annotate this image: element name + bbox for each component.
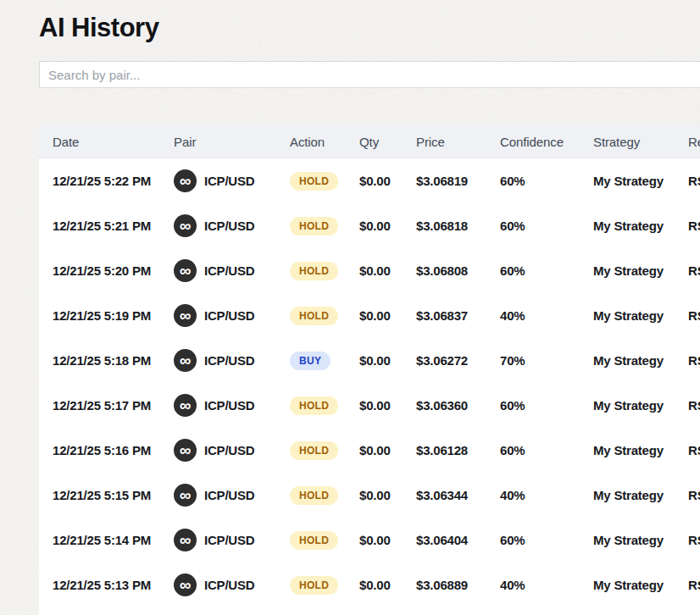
confidence-cell: 60% <box>500 533 593 547</box>
pair-label: ICP/USD <box>204 533 254 547</box>
qty-cell: $0.00 <box>359 533 416 547</box>
action-cell: HOLD <box>290 307 359 325</box>
qty-cell: $0.00 <box>359 443 416 457</box>
pair-cell: ∞ ICP/USD <box>174 573 290 596</box>
date-cell: 12/21/25 5:13 PM <box>53 578 174 592</box>
pair-cell: ∞ ICP/USD <box>174 304 290 327</box>
reason-cell: RSI <box>688 578 700 592</box>
qty-cell: $0.00 <box>359 353 416 368</box>
strategy-cell: My Strategy <box>593 443 688 457</box>
date-cell: 12/21/25 5:21 PM <box>53 219 174 233</box>
column-header-strategy: Strategy <box>593 135 688 149</box>
action-cell: HOLD <box>290 576 359 595</box>
action-badge: HOLD <box>290 576 338 595</box>
qty-cell: $0.00 <box>359 578 416 592</box>
action-badge: HOLD <box>290 441 338 460</box>
column-header-qty: Qty <box>359 135 416 149</box>
infinity-icon: ∞ <box>174 573 197 596</box>
table-row: 12/21/25 5:20 PM ∞ ICP/USD HOLD $0.00 $3… <box>39 248 700 293</box>
confidence-cell: 40% <box>500 308 593 323</box>
pair-label: ICP/USD <box>204 443 254 457</box>
price-cell: $3.06344 <box>416 488 500 502</box>
date-cell: 12/21/25 5:14 PM <box>53 533 174 547</box>
infinity-icon: ∞ <box>174 484 197 507</box>
pair-label: ICP/USD <box>204 308 254 323</box>
search-input[interactable] <box>39 61 700 88</box>
table-row: 12/21/25 5:17 PM ∞ ICP/USD HOLD $0.00 $3… <box>39 383 700 428</box>
column-header-action: Action <box>290 135 359 149</box>
table-row: 12/21/25 5:15 PM ∞ ICP/USD HOLD $0.00 $3… <box>39 473 700 518</box>
strategy-cell: My Strategy <box>593 174 688 188</box>
column-header-pair: Pair <box>174 135 290 149</box>
action-cell: BUY <box>290 352 359 370</box>
action-cell: HOLD <box>290 262 359 280</box>
column-header-reason: Reason <box>688 135 700 149</box>
action-badge: HOLD <box>290 262 338 280</box>
price-cell: $3.06360 <box>416 398 500 413</box>
qty-cell: $0.00 <box>359 174 416 188</box>
reason-cell: RSI <box>688 443 700 457</box>
action-badge: HOLD <box>290 172 338 191</box>
table-row: 12/21/25 5:14 PM ∞ ICP/USD HOLD $0.00 $3… <box>39 518 700 562</box>
reason-cell: RSI <box>688 308 700 323</box>
table-header-row: DatePairActionQtyPriceConfidenceStrategy… <box>39 125 700 158</box>
reason-cell: RSI <box>688 219 700 233</box>
reason-cell: RSI <box>688 398 700 413</box>
qty-cell: $0.00 <box>359 398 416 413</box>
qty-cell: $0.00 <box>359 308 416 323</box>
action-cell: HOLD <box>290 441 359 460</box>
table-row: 12/21/25 5:18 PM ∞ ICP/USD BUY $0.00 $3.… <box>39 338 700 383</box>
page-title: AI History <box>39 12 700 44</box>
qty-cell: $0.00 <box>359 263 416 278</box>
action-cell: HOLD <box>290 172 359 191</box>
action-badge: HOLD <box>290 531 338 550</box>
qty-cell: $0.00 <box>359 219 416 233</box>
action-cell: HOLD <box>290 531 359 550</box>
date-cell: 12/21/25 5:19 PM <box>53 308 174 323</box>
pair-label: ICP/USD <box>204 578 254 592</box>
date-cell: 12/21/25 5:22 PM <box>53 174 174 188</box>
reason-cell: RSI <box>688 488 700 502</box>
price-cell: $3.06818 <box>416 219 500 233</box>
price-cell: $3.06837 <box>416 308 500 323</box>
pair-cell: ∞ ICP/USD <box>174 259 290 282</box>
reason-cell: RSI <box>688 533 700 547</box>
infinity-icon: ∞ <box>174 349 197 372</box>
pair-label: ICP/USD <box>204 174 254 188</box>
confidence-cell: 60% <box>500 398 593 413</box>
date-cell: 12/21/25 5:17 PM <box>53 398 174 413</box>
pair-label: ICP/USD <box>204 398 254 413</box>
table-row: 12/21/25 5:19 PM ∞ ICP/USD HOLD $0.00 $3… <box>39 293 700 338</box>
confidence-cell: 40% <box>500 488 593 502</box>
strategy-cell: My Strategy <box>593 219 688 233</box>
qty-cell: $0.00 <box>359 488 416 502</box>
action-badge: HOLD <box>290 396 338 415</box>
strategy-cell: My Strategy <box>593 533 688 547</box>
ai-history-page: AI History DatePairActionQtyPriceConfide… <box>0 0 700 615</box>
pair-cell: ∞ ICP/USD <box>174 484 290 507</box>
price-cell: $3.06808 <box>416 263 500 278</box>
price-cell: $3.06819 <box>416 174 500 188</box>
confidence-cell: 60% <box>500 219 593 233</box>
strategy-cell: My Strategy <box>593 308 688 323</box>
strategy-cell: My Strategy <box>593 578 688 592</box>
reason-cell: RSI <box>688 353 700 368</box>
ai-history-table: DatePairActionQtyPriceConfidenceStrategy… <box>39 125 700 615</box>
confidence-cell: 60% <box>500 443 593 457</box>
pair-cell: ∞ ICP/USD <box>174 439 290 462</box>
column-header-price: Price <box>416 135 500 149</box>
date-cell: 12/21/25 5:16 PM <box>53 443 174 457</box>
confidence-cell: 60% <box>500 263 593 278</box>
column-header-date: Date <box>53 135 174 149</box>
pair-label: ICP/USD <box>204 263 254 278</box>
confidence-cell: 40% <box>500 578 593 592</box>
confidence-cell: 60% <box>500 174 593 188</box>
price-cell: $3.06128 <box>416 443 500 457</box>
column-header-confidence: Confidence <box>500 135 593 149</box>
strategy-cell: My Strategy <box>593 398 688 413</box>
infinity-icon: ∞ <box>174 394 197 417</box>
date-cell: 12/21/25 5:15 PM <box>53 488 174 502</box>
strategy-cell: My Strategy <box>593 488 688 502</box>
infinity-icon: ∞ <box>174 529 197 551</box>
date-cell: 12/21/25 5:18 PM <box>53 353 174 368</box>
